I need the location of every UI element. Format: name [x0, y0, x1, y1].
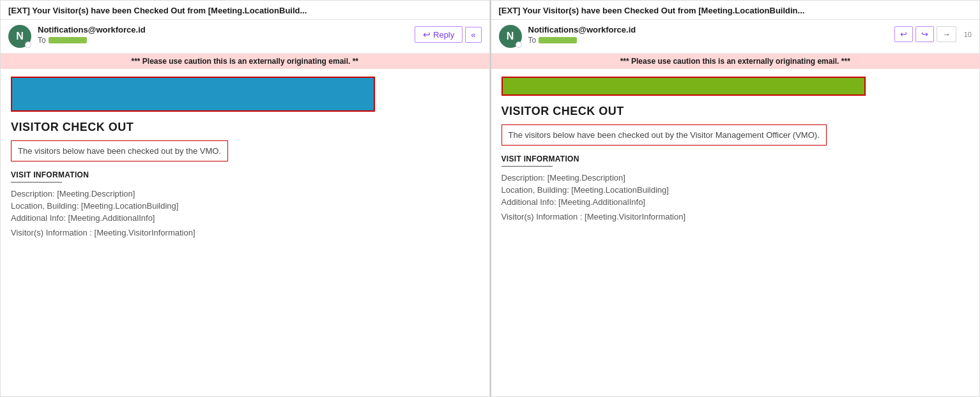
right-visit-info-title: VISIT INFORMATION [501, 154, 970, 163]
right-caution-banner: *** Please use caution this is an extern… [491, 54, 980, 69]
left-checkout-desc: The visitors below have been checked out… [11, 140, 228, 161]
right-reply-all-icon: ↪ [921, 29, 928, 39]
left-email-body: VISITOR CHECK OUT The visitors below hav… [1, 69, 489, 396]
left-avatar: N [8, 25, 31, 48]
right-forward-button[interactable]: → [937, 26, 956, 42]
right-back-button[interactable]: ↩ [894, 26, 913, 42]
left-description: Description: [Meeting.Description] [11, 189, 479, 198]
left-avatar-status [25, 41, 31, 48]
left-caution-banner: *** Please use caution this is an extern… [1, 54, 489, 69]
left-subject: [EXT] Your Visitor(s) have been Checked … [1, 1, 489, 20]
left-sender-name: Notifications@workforce.id [38, 25, 415, 34]
right-reply-all-button[interactable]: ↪ [915, 26, 934, 42]
right-avatar-status [516, 41, 522, 48]
left-to-redacted [49, 37, 87, 43]
right-banner-image [501, 77, 866, 96]
left-panel: [EXT] Your Visitor(s) have been Checked … [0, 0, 490, 397]
right-additional-info: Additional Info: [Meeting.AdditionalInfo… [501, 197, 970, 207]
left-sender-info: Notifications@workforce.id To [38, 25, 415, 45]
right-email-body: VISITOR CHECK OUT The visitors below hav… [491, 69, 980, 396]
right-panel: [EXT] Your Visitor(s) have been Checked … [490, 0, 981, 397]
left-reply-button[interactable]: ↩ Reply [415, 26, 463, 43]
right-checkout-title: VISITOR CHECK OUT [501, 105, 970, 118]
left-to-label: To [38, 36, 46, 45]
left-divider [11, 182, 62, 183]
left-location: Location, Building: [Meeting.LocationBui… [11, 201, 479, 211]
left-sender-to: To [38, 36, 415, 45]
right-back-icon: ↩ [900, 29, 907, 39]
left-header-actions: ↩ Reply « [415, 26, 481, 43]
left-additional-info: Additional Info: [Meeting.AdditionalInfo… [11, 213, 479, 223]
left-reply-icon: ↩ [423, 29, 431, 40]
right-to-label: To [528, 36, 537, 45]
right-timestamp: 10 [964, 31, 972, 38]
left-email-header: N Notifications@workforce.id To ↩ Reply … [1, 20, 489, 54]
left-visit-info: VISIT INFORMATION Description: [Meeting.… [11, 170, 479, 223]
left-checkout-title: VISITOR CHECK OUT [11, 121, 479, 134]
right-avatar: N [499, 25, 522, 48]
left-visitor-info: Visitor(s) Information : [Meeting.Visito… [11, 228, 479, 237]
left-visit-info-title: VISIT INFORMATION [11, 170, 479, 179]
right-forward-icon: → [942, 29, 951, 39]
left-banner-image [11, 77, 375, 112]
left-reply-all-button[interactable]: « [465, 27, 481, 43]
right-description: Description: [Meeting.Description] [501, 173, 970, 183]
right-checkout-desc: The visitors below have been checked out… [501, 124, 827, 146]
right-header-actions: ↩ ↪ → 10 [894, 26, 972, 42]
left-reply-all-icon: « [471, 30, 475, 40]
right-divider [501, 166, 553, 167]
right-location: Location, Building: [Meeting.LocationBui… [501, 185, 970, 195]
right-to-redacted [539, 37, 577, 43]
right-sender-name: Notifications@workforce.id [528, 25, 894, 34]
right-visitor-info: Visitor(s) Information : [Meeting.Visito… [501, 212, 970, 221]
left-reply-label: Reply [433, 30, 454, 40]
right-email-header: N Notifications@workforce.id To ↩ ↪ → 10 [491, 20, 980, 54]
right-visit-info: VISIT INFORMATION Description: [Meeting.… [501, 154, 970, 207]
right-sender-to: To [528, 36, 894, 45]
right-subject: [EXT] Your Visitor(s) have been Checked … [491, 1, 980, 20]
right-sender-info: Notifications@workforce.id To [528, 25, 894, 45]
